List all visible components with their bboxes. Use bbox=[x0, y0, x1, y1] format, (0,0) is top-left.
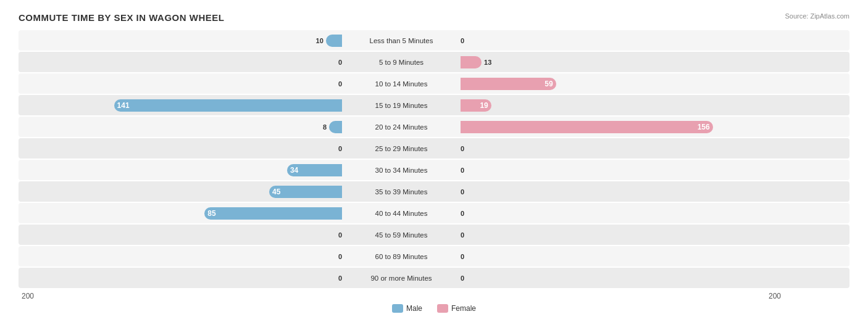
female-zero: 0 bbox=[461, 37, 464, 44]
chart-row: 141 15 to 19 Minutes 19 bbox=[19, 95, 849, 115]
male-value: 85 bbox=[207, 209, 215, 218]
male-zero: 0 bbox=[338, 253, 342, 260]
male-value: 141 bbox=[117, 101, 130, 110]
female-value-outside: 13 bbox=[484, 59, 491, 66]
bar-female bbox=[461, 56, 482, 68]
row-label: 10 to 14 Minutes bbox=[346, 80, 457, 88]
female-value: 59 bbox=[545, 80, 553, 88]
bar-female: 19 bbox=[461, 99, 491, 112]
chart-row: 85 40 to 44 Minutes 0 bbox=[19, 203, 849, 223]
row-label: Less than 5 Minutes bbox=[346, 37, 457, 44]
legend-male-label: Male bbox=[406, 304, 422, 313]
legend-female-label: Female bbox=[451, 304, 476, 313]
legend-male: Male bbox=[392, 304, 422, 313]
axis-right: 200 bbox=[457, 292, 784, 300]
legend-female: Female bbox=[437, 304, 476, 313]
female-zero: 0 bbox=[461, 275, 464, 282]
row-label: 35 to 39 Minutes bbox=[346, 188, 457, 196]
female-zero: 0 bbox=[461, 167, 464, 174]
legend-row: Male Female bbox=[19, 304, 849, 313]
bar-male bbox=[329, 121, 342, 133]
chart-row: 10 Less than 5 Minutes 0 bbox=[19, 30, 849, 51]
chart-area: 10 Less than 5 Minutes 0 0 5 to 9 Minute… bbox=[19, 30, 849, 288]
row-label: 90 or more Minutes bbox=[346, 275, 457, 282]
bar-female: 59 bbox=[461, 78, 556, 90]
female-value: 19 bbox=[480, 101, 488, 110]
row-label: 15 to 19 Minutes bbox=[346, 102, 457, 109]
chart-container: COMMUTE TIME BY SEX IN WAGON WHEEL Sourc… bbox=[0, 0, 868, 322]
axis-left: 200 bbox=[19, 292, 346, 300]
female-zero: 0 bbox=[461, 253, 464, 260]
legend-male-box bbox=[392, 304, 403, 313]
chart-row: 8 20 to 24 Minutes 156 bbox=[19, 117, 849, 137]
axis-row: 200 200 bbox=[19, 292, 849, 300]
male-zero: 0 bbox=[338, 231, 342, 239]
row-label: 5 to 9 Minutes bbox=[346, 59, 457, 66]
row-label: 20 to 24 Minutes bbox=[346, 123, 457, 131]
row-label: 30 to 34 Minutes bbox=[346, 167, 457, 174]
bar-male: 85 bbox=[204, 207, 342, 220]
row-label: 45 to 59 Minutes bbox=[346, 231, 457, 239]
male-value: 34 bbox=[290, 166, 298, 175]
male-zero: 0 bbox=[338, 59, 342, 66]
chart-row: 0 45 to 59 Minutes 0 bbox=[19, 225, 849, 245]
male-zero: 0 bbox=[338, 145, 342, 152]
chart-row: 0 5 to 9 Minutes 13 bbox=[19, 52, 849, 72]
row-label: 60 to 89 Minutes bbox=[346, 253, 457, 260]
chart-row: 0 90 or more Minutes 0 bbox=[19, 268, 849, 288]
female-value: 156 bbox=[698, 123, 710, 131]
female-zero: 0 bbox=[461, 188, 464, 196]
chart-row: 0 10 to 14 Minutes 59 bbox=[19, 73, 849, 94]
bar-male: 34 bbox=[287, 164, 342, 176]
chart-row: 45 35 to 39 Minutes 0 bbox=[19, 181, 849, 202]
bar-male: 141 bbox=[114, 99, 342, 112]
bar-male: 45 bbox=[269, 186, 342, 198]
source-text: Source: ZipAtlas.com bbox=[785, 12, 849, 20]
legend-female-box bbox=[437, 304, 448, 313]
bar-female: 156 bbox=[461, 121, 713, 133]
chart-row: 0 25 to 29 Minutes 0 bbox=[19, 138, 849, 159]
female-zero: 0 bbox=[461, 231, 464, 239]
row-label: 40 to 44 Minutes bbox=[346, 210, 457, 217]
male-value-outside: 10 bbox=[316, 37, 323, 44]
chart-title: COMMUTE TIME BY SEX IN WAGON WHEEL bbox=[19, 12, 849, 23]
row-label: 25 to 29 Minutes bbox=[346, 145, 457, 152]
male-zero: 0 bbox=[338, 275, 342, 282]
chart-row: 0 60 to 89 Minutes 0 bbox=[19, 246, 849, 266]
chart-row: 34 30 to 34 Minutes 0 bbox=[19, 160, 849, 180]
female-zero: 0 bbox=[461, 210, 464, 217]
male-value: 45 bbox=[272, 188, 280, 196]
male-value-outside: 8 bbox=[323, 123, 327, 131]
male-zero: 0 bbox=[338, 80, 342, 88]
bar-male bbox=[326, 35, 342, 47]
female-zero: 0 bbox=[461, 145, 464, 152]
